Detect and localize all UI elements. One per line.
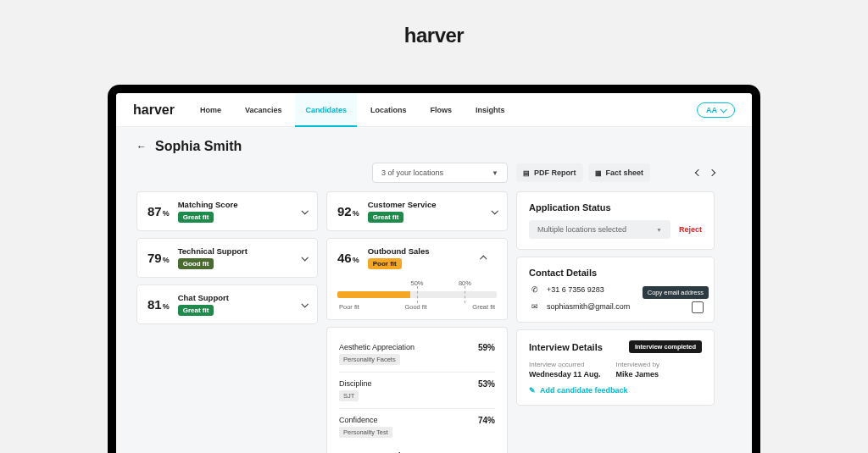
nav-item-candidates[interactable]: Candidates [295,93,357,126]
application-status-panel: Application Status Multiple locations se… [516,191,715,250]
back-arrow-icon[interactable]: ← [136,141,147,152]
fact-sheet-label: Fact sheet [606,168,644,177]
score-value: 92 [337,204,352,218]
pct-sign: % [353,209,359,218]
pencil-icon: ✎ [529,386,536,395]
score-value: 79 [147,251,162,265]
nav-item-flows[interactable]: Flows [420,93,463,126]
pager-prev[interactable] [696,168,701,177]
add-feedback-label: Add candidate feedback [540,386,628,395]
fit-badge: Great fit [178,305,214,316]
nav-item-vacancies[interactable]: Vacancies [235,93,292,126]
location-selector[interactable]: 3 of your locations ▼ [372,163,508,183]
competency-value: 74% [478,416,495,425]
chevron-down-icon[interactable] [302,207,307,216]
copy-email-tooltip: Copy email address [643,286,709,299]
competency-list: Aesthetic Appreciation Personality Facet… [326,327,508,453]
email-icon: ✉ [529,302,540,311]
fit-badge: Good fit [178,258,214,269]
meter-label-good: Good fit [404,303,426,311]
nav-logo[interactable]: harver [133,102,175,118]
competency-value: 53% [478,379,495,389]
pct-sign: % [163,209,170,218]
competency-name: Discipline [339,379,372,388]
fit-badge: Great fit [368,212,404,223]
pdf-icon: ▤ [523,169,530,177]
competency-name: Confidence [339,416,392,424]
meter-label-great: Great fit [472,303,495,311]
score-card-customer-service[interactable]: 92% Customer Service Great fit [326,191,508,231]
pdf-report-button[interactable]: ▤ PDF Report [516,163,583,182]
chevron-down-icon [720,106,726,113]
score-card-outbound-sales: 46% Outbound Sales Poor fit 50% 80% [326,238,508,320]
contact-email: sophiasmith@gmail.com [547,302,630,311]
chevron-down-icon: ▼ [492,169,498,177]
score-card-technical-support[interactable]: 79% Technical Support Good fit [136,238,318,278]
user-menu[interactable]: AA [697,102,735,118]
competency-row: Confidence Personailty Test 74% [339,408,495,445]
interviewer-value: Mike James [616,370,660,378]
score-label: Customer Service [368,200,437,209]
chevron-down-icon: ▼ [656,227,662,233]
interview-status-badge: Interview completed [629,340,702,353]
app-screen: harver Home Vacancies Candidates Locatio… [116,93,752,453]
status-selector[interactable]: Multiple locations selected ▼ [529,220,670,239]
score-card-chat-support[interactable]: 81% Chat Support Great fit [136,285,318,324]
meter-fill [337,291,410,298]
competency-tag: Personailty Test [339,427,392,438]
tooltip-text: Copy email address [648,289,704,296]
fit-meter: 50% 80% Poor fit Good fit [337,279,497,311]
meter-label-poor: Poor fit [339,303,359,311]
add-feedback-button[interactable]: ✎ Add candidate feedback [529,386,702,395]
score-label: Matching Score [178,200,238,209]
brand-logo: harver [404,24,464,47]
user-initials: AA [706,106,717,114]
location-selector-label: 3 of your locations [381,168,443,177]
nav-item-insights[interactable]: Insights [465,93,515,126]
competency-row: Discipline SJT 53% [339,372,495,408]
score-label: Chat Support [178,293,229,302]
monitor-frame: harver Home Vacancies Candidates Locatio… [108,85,760,453]
chevron-up-icon[interactable] [481,254,487,262]
pct-sign: % [163,302,170,311]
pager-next[interactable] [709,168,715,177]
competency-tag: SJT [339,390,359,401]
pct-sign: % [163,256,170,264]
pdf-report-label: PDF Report [534,168,576,177]
chevron-left-icon [695,169,702,176]
candidate-name: Sophia Smith [155,139,242,154]
score-card-matching[interactable]: 87% Matching Score Great fit [136,191,318,231]
chevron-down-icon[interactable] [302,301,307,309]
chevron-down-icon[interactable] [302,254,307,262]
competency-tag: Personality Facets [339,354,400,365]
chevron-right-icon [709,169,715,176]
meter-tick [465,286,465,303]
competency-row: Aesthetic Appreciation Personality Facet… [339,336,495,372]
status-selector-label: Multiple locations selected [537,225,626,234]
interview-occurred-value: Wednesday 11 Aug. [529,370,601,378]
contact-details-panel: Contact Details ✆ +31 6 7356 9283 ✉ soph… [516,257,715,323]
meter-tick [417,286,418,303]
nav-items: Home Vacancies Candidates Locations Flow… [190,93,515,126]
chevron-down-icon[interactable] [492,207,497,216]
score-label: Technical Support [178,246,248,256]
fit-badge: Great fit [178,212,214,223]
view-more-button[interactable]: View more [339,445,495,453]
contact-email-row: ✉ sophiasmith@gmail.com [529,301,702,312]
phone-icon: ✆ [529,285,540,294]
application-status-title: Application Status [529,202,702,213]
competency-name: Aesthetic Appreciation [339,343,415,351]
competency-value: 59% [478,343,495,352]
copy-email-button[interactable] [692,301,702,312]
fact-sheet-button[interactable]: ▦ Fact sheet [588,163,651,182]
nav-item-home[interactable]: Home [190,93,231,126]
contact-phone: +31 6 7356 9283 [547,285,604,294]
reject-button[interactable]: Reject [679,225,702,234]
pct-sign: % [353,256,359,264]
interview-occurred-label: Interview occurred [529,361,601,368]
contact-details-title: Contact Details [529,268,702,278]
score-value: 81 [147,297,162,312]
nav-item-locations[interactable]: Locations [360,93,417,126]
interview-details-panel: Interview Details Interview completed In… [516,329,715,406]
score-value: 87 [147,204,162,218]
